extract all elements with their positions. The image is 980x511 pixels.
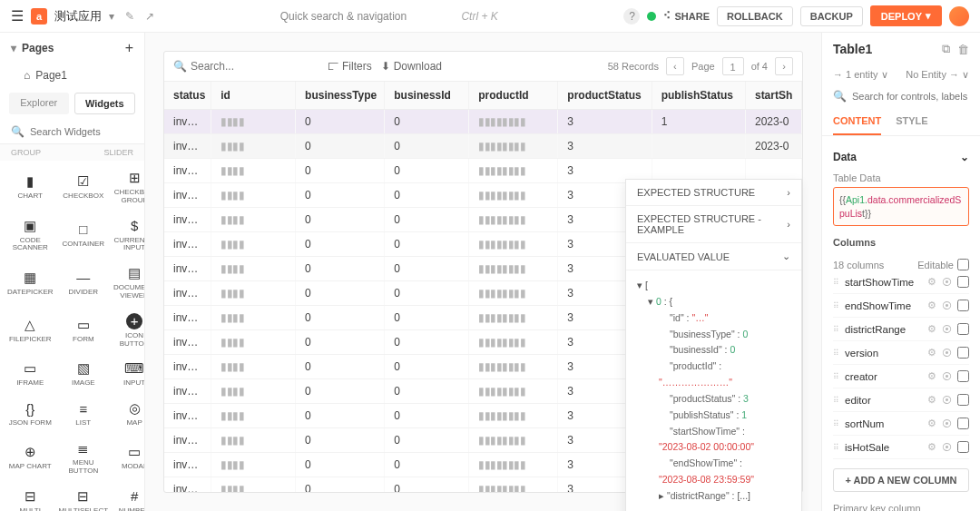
column-item[interactable]: ⠿editor⚙⦿ <box>833 388 969 412</box>
column-item[interactable]: ⠿endShowTime⚙⦿ <box>833 294 969 318</box>
menu-icon[interactable]: ☰ <box>11 7 24 25</box>
page-item[interactable]: ⌂ Page1 <box>0 64 144 87</box>
widget-multiselect[interactable]: ⊟MULTISELECT <box>57 483 111 511</box>
drag-icon[interactable]: ⠿ <box>833 325 839 334</box>
settings-icon[interactable]: ⚙ <box>927 347 936 359</box>
entity-in[interactable]: → 1 entity ∨ <box>833 69 888 81</box>
widget-chart[interactable]: ▮CHART <box>5 164 55 211</box>
widget-menu-button[interactable]: ≣MENU BUTTON <box>57 435 111 481</box>
search-controls-input[interactable] <box>852 91 969 102</box>
widget-input[interactable]: ⌨INPUT <box>112 355 144 393</box>
widget-iframe[interactable]: ▭IFRAME <box>5 355 55 393</box>
drag-icon[interactable]: ⠿ <box>833 396 839 405</box>
share-arrow-icon[interactable]: ↗ <box>145 10 154 23</box>
column-editable-checkbox[interactable] <box>957 276 969 288</box>
pages-header[interactable]: ▾ Pages + <box>0 33 144 64</box>
widget-currency-input[interactable]: $CURRENCY INPUT <box>112 212 144 259</box>
visibility-icon[interactable]: ⦿ <box>942 300 952 311</box>
visibility-icon[interactable]: ⦿ <box>942 418 952 429</box>
widget-document-viewer[interactable]: ▤DOCUMENT VIEWER <box>112 260 144 306</box>
column-header[interactable]: productId <box>469 82 558 110</box>
avatar[interactable] <box>949 6 969 26</box>
tab-widgets[interactable]: Widgets <box>74 93 136 114</box>
table-data-code[interactable]: {{Api1.data.commercializedSpuList}} <box>833 187 969 226</box>
column-editable-checkbox[interactable] <box>957 347 969 359</box>
entity-out[interactable]: No Entity → ∨ <box>906 69 969 81</box>
visibility-icon[interactable]: ⦿ <box>942 277 952 288</box>
visibility-icon[interactable]: ⦿ <box>942 324 952 335</box>
expected-structure-section[interactable]: EXPECTED STRUCTURE› <box>626 180 801 206</box>
prev-page-button[interactable]: ‹ <box>666 57 684 75</box>
column-item[interactable]: ⠿isHotSale⚙⦿ <box>833 436 969 459</box>
quick-search[interactable]: Quick search & navigation Ctrl + K <box>262 10 516 23</box>
column-editable-checkbox[interactable] <box>957 441 969 453</box>
page-number-input[interactable]: 1 <box>722 57 744 75</box>
settings-icon[interactable]: ⚙ <box>927 418 936 429</box>
column-editable-checkbox[interactable] <box>957 300 969 311</box>
column-header[interactable]: startSh <box>745 82 801 110</box>
column-header[interactable]: productStatus <box>558 82 652 110</box>
column-item[interactable]: ⠿creator⚙⦿ <box>833 365 969 388</box>
column-editable-checkbox[interactable] <box>957 394 969 406</box>
table-row[interactable]: invalid▮▮▮▮00▮▮▮▮▮▮▮▮32023-0 <box>164 134 802 159</box>
widget-map[interactable]: ◎MAP <box>112 395 144 433</box>
visibility-icon[interactable]: ⦿ <box>942 395 952 406</box>
drag-icon[interactable]: ⠿ <box>833 349 839 358</box>
backup-button[interactable]: BACKUP <box>800 6 863 26</box>
column-header[interactable]: status <box>164 82 211 110</box>
visibility-icon[interactable]: ⦿ <box>942 348 952 359</box>
tab-style[interactable]: STYLE <box>896 108 927 135</box>
widget-container[interactable]: □CONTAINER <box>57 212 111 259</box>
visibility-icon[interactable]: ⦿ <box>942 371 952 382</box>
edit-icon[interactable]: ✎ <box>125 10 134 23</box>
column-item[interactable]: ⠿sortNum⚙⦿ <box>833 412 969 436</box>
visibility-icon[interactable]: ⦿ <box>942 442 952 453</box>
table-row[interactable]: invalid▮▮▮▮00▮▮▮▮▮▮▮▮312023-0 <box>164 110 802 134</box>
widget-code-scanner[interactable]: ▣CODE SCANNER <box>5 212 55 259</box>
drag-icon[interactable]: ⠿ <box>833 372 839 381</box>
widget-list[interactable]: ≡LIST <box>57 395 111 433</box>
editable-all-checkbox[interactable] <box>957 259 969 270</box>
widget-checkbox-group[interactable]: ⊞CHECKBOX GROUP <box>112 164 144 211</box>
settings-icon[interactable]: ⚙ <box>927 300 936 311</box>
column-item[interactable]: ⠿version⚙⦿ <box>833 341 969 365</box>
settings-icon[interactable]: ⚙ <box>927 323 936 335</box>
drag-icon[interactable]: ⠿ <box>833 278 839 287</box>
add-column-button[interactable]: + ADD A NEW COLUMN <box>833 468 969 492</box>
column-header[interactable]: id <box>211 82 296 110</box>
widget-modal[interactable]: ▭MODAL <box>112 435 144 481</box>
widget-divider[interactable]: —DIVIDER <box>57 260 111 306</box>
widget-checkbox[interactable]: ☑CHECKBOX <box>57 164 111 211</box>
widget-icon-button[interactable]: +ICON BUTTON <box>112 308 144 354</box>
filters-button[interactable]: ⫍ Filters <box>328 60 372 73</box>
rollback-button[interactable]: ROLLBACK <box>717 6 793 26</box>
tab-explorer[interactable]: Explorer <box>9 93 69 114</box>
column-editable-checkbox[interactable] <box>957 370 969 382</box>
deploy-button[interactable]: DEPLOY▾ <box>870 5 942 26</box>
drag-icon[interactable]: ⠿ <box>833 443 839 452</box>
widget-filepicker[interactable]: △FILEPICKER <box>5 308 55 354</box>
widget-multi[interactable]: ⊟MULTI <box>5 483 55 511</box>
add-page-button[interactable]: + <box>125 40 133 56</box>
widget-map-chart[interactable]: ⊕MAP CHART <box>5 435 55 481</box>
tab-content[interactable]: CONTENT <box>833 108 881 135</box>
drag-icon[interactable]: ⠿ <box>833 301 839 310</box>
download-button[interactable]: ⬇ Download <box>381 60 442 73</box>
column-header[interactable]: businessType <box>296 82 385 110</box>
expected-structure-example-section[interactable]: EXPECTED STRUCTURE - EXAMPLE› <box>626 206 801 243</box>
help-icon[interactable]: ? <box>623 8 640 25</box>
evaluated-value-section[interactable]: EVALUATED VALUE⌄ <box>626 243 801 270</box>
widget-json-form[interactable]: {}JSON FORM <box>5 395 55 433</box>
column-item[interactable]: ⠿districtRange⚙⦿ <box>833 318 969 341</box>
table-widget[interactable]: 🔍 ⫍ Filters ⬇ Download 58 Records ‹ Page… <box>163 51 803 493</box>
next-page-button[interactable]: › <box>775 57 793 75</box>
column-item[interactable]: ⠿startShowTime⚙⦿ <box>833 270 969 294</box>
settings-icon[interactable]: ⚙ <box>927 276 936 288</box>
delete-icon[interactable]: 🗑 <box>957 43 969 56</box>
column-header[interactable]: publishStatus <box>652 82 745 110</box>
settings-icon[interactable]: ⚙ <box>927 394 936 406</box>
table-search-input[interactable] <box>191 60 318 73</box>
settings-icon[interactable]: ⚙ <box>927 441 936 453</box>
column-editable-checkbox[interactable] <box>957 323 969 335</box>
copy-icon[interactable]: ⧉ <box>942 42 950 56</box>
